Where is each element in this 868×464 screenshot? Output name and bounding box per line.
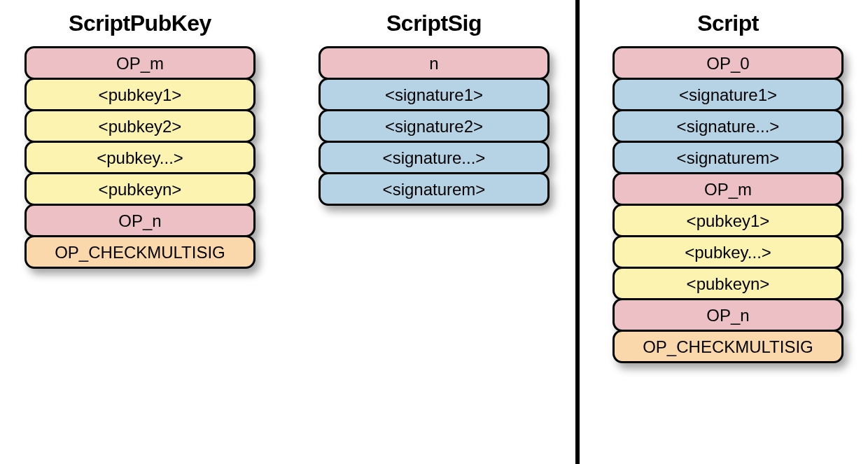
column-title: ScriptSig: [318, 10, 550, 36]
stack-cell: n: [318, 46, 550, 80]
stack-cell: OP_n: [24, 204, 255, 237]
stack-cell: <pubkey1>: [24, 78, 255, 111]
stack-script: OP_0<signature1><signature...><signature…: [612, 46, 844, 363]
stack-scriptsig: n<signature1><signature2><signature...><…: [318, 46, 550, 206]
stack-cell: <signature1>: [318, 78, 550, 111]
column-script: Script OP_0<signature1><signature...><si…: [612, 10, 844, 363]
column-scriptsig: ScriptSig n<signature1><signature2><sign…: [318, 10, 550, 206]
vertical-divider: [575, 0, 580, 464]
stack-cell: OP_0: [612, 46, 844, 80]
stack-cell: OP_m: [24, 46, 255, 80]
stack-cell: OP_CHECKMULTISIG: [612, 330, 844, 363]
stack-cell: <signature...>: [612, 109, 844, 143]
stack-cell: <pubkey...>: [612, 235, 844, 269]
column-title: ScriptPubKey: [24, 10, 255, 36]
stack-cell: OP_CHECKMULTISIG: [24, 235, 255, 269]
stack-cell: OP_n: [612, 298, 844, 332]
column-title: Script: [612, 10, 844, 36]
stack-cell: <signaturem>: [318, 172, 550, 206]
stack-cell: <signature2>: [318, 109, 550, 143]
stack-scriptpubkey: OP_m<pubkey1><pubkey2><pubkey...><pubkey…: [24, 46, 255, 269]
stack-cell: <pubkey...>: [24, 141, 255, 174]
stack-cell: <signaturem>: [612, 141, 844, 174]
stack-cell: <pubkeyn>: [24, 172, 255, 206]
stack-cell: <signature1>: [612, 78, 844, 111]
stack-cell: <signature...>: [318, 141, 550, 174]
column-scriptpubkey: ScriptPubKey OP_m<pubkey1><pubkey2><pubk…: [24, 10, 255, 269]
stack-cell: <pubkey2>: [24, 109, 255, 143]
diagram-canvas: ScriptPubKey OP_m<pubkey1><pubkey2><pubk…: [0, 0, 868, 464]
stack-cell: <pubkeyn>: [612, 267, 844, 300]
stack-cell: OP_m: [612, 172, 844, 206]
stack-cell: <pubkey1>: [612, 204, 844, 237]
